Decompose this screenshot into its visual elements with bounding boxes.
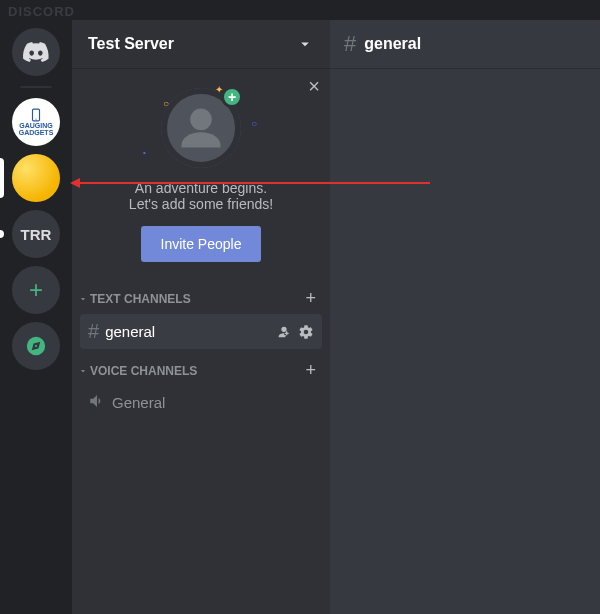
add-voice-channel-button[interactable]: + [305,360,322,381]
chat-header: # general [330,20,600,68]
compass-icon [25,335,47,357]
chevron-down-icon [296,35,314,53]
chevron-down-icon [78,366,88,376]
category-label: VOICE CHANNELS [90,364,197,378]
add-server-button[interactable]: + [12,266,60,314]
welcome-line-1: An adventure begins. [88,180,314,196]
text-channels-category[interactable]: TEXT CHANNELS + [72,278,330,313]
app-brand-label: DISCORD [8,4,75,19]
hash-icon: # [344,31,356,57]
speaker-icon [88,392,106,413]
server-gauging-gadgets[interactable]: GAUGING GADGETS [12,98,60,146]
category-label: TEXT CHANNELS [90,292,191,306]
voice-channel-general[interactable]: General [80,386,322,419]
chevron-down-icon [78,294,88,304]
server-header[interactable]: Test Server [72,20,330,68]
close-welcome-button[interactable]: × [308,76,320,96]
chat-channel-name: general [364,35,421,53]
hash-icon: # [88,320,99,343]
welcome-card: × ○ ○ • ✦ + An adventure begins. Let's a… [72,68,330,278]
explore-servers-button[interactable] [12,322,60,370]
guild-sidebar: GAUGING GADGETS TRR + [0,20,72,614]
spark-icon: • [143,148,146,157]
spark-icon: ○ [251,118,257,129]
home-button[interactable] [12,28,60,76]
add-text-channel-button[interactable]: + [305,288,322,309]
server-icon [12,154,60,202]
create-invite-icon[interactable] [276,324,292,340]
phone-icon [29,108,43,122]
welcome-avatar-wrap: ○ ○ • ✦ + [161,88,241,168]
chat-area: # general [330,20,600,614]
channel-label: general [105,323,270,340]
server-icon-label: GAUGING GADGETS [12,98,60,146]
channel-sidebar: Test Server × ○ ○ • ✦ + An adventure beg… [72,20,330,614]
server-name: Test Server [88,35,174,53]
server-test-server[interactable] [12,154,60,202]
welcome-line-2: Let's add some friends! [88,196,314,212]
invite-people-button[interactable]: Invite People [141,226,262,262]
guild-separator [20,86,52,88]
gear-icon[interactable] [298,324,314,340]
discord-logo-icon [22,38,50,66]
voice-channels-category[interactable]: VOICE CHANNELS + [72,350,330,385]
svg-point-1 [35,119,36,120]
add-badge-icon: + [221,86,243,108]
text-channel-general[interactable]: # general [80,314,322,349]
app-layout: GAUGING GADGETS TRR + Test Server × ○ ○ … [0,0,600,614]
channel-label: General [112,394,314,411]
server-trr[interactable]: TRR [12,210,60,258]
